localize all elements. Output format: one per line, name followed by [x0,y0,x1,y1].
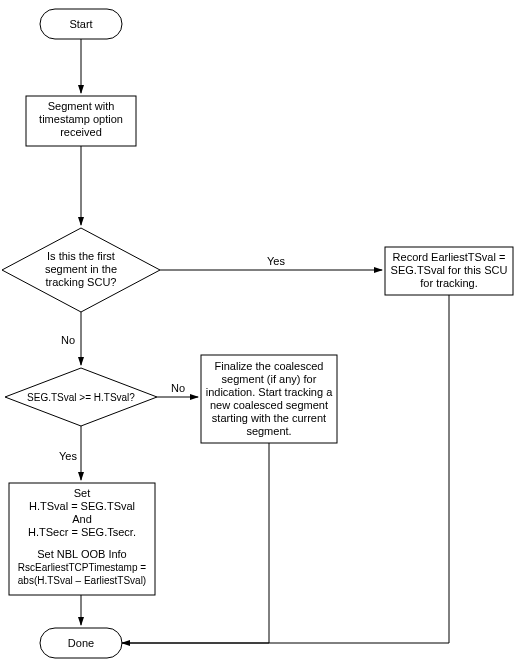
done-label: Done [68,637,94,649]
svg-text:Finalize the coalesced: Finalize the coalesced [215,360,324,372]
svg-text:timestamp option: timestamp option [39,113,123,125]
svg-text:Is this the first: Is this the first [47,250,115,262]
svg-text:Set: Set [74,487,91,499]
svg-text:segment in the: segment in the [45,263,117,275]
svg-text:RscEarliestTCPTimestamp =: RscEarliestTCPTimestamp = [18,562,146,573]
svg-text:abs(H.TSval – EarliestTSval): abs(H.TSval – EarliestTSval) [18,575,146,586]
svg-text:H.TSecr = SEG.Tsecr.: H.TSecr = SEG.Tsecr. [28,526,136,538]
svg-text:tracking SCU?: tracking SCU? [46,276,117,288]
svg-text:Set NBL OOB Info: Set NBL OOB Info [37,548,126,560]
svg-text:segment.: segment. [246,425,291,437]
svg-text:SEG.TSval  >= H.TSval?: SEG.TSval >= H.TSval? [27,392,135,403]
svg-text:new coalesced segment: new coalesced segment [210,399,328,411]
svg-text:segment (if any) for: segment (if any) for [222,373,317,385]
flowchart-diagram: Start Segment with timestamp option rece… [0,0,521,668]
dec1-no-label: No [61,334,75,346]
svg-text:starting with the current: starting with the current [212,412,326,424]
dec1-yes-label: Yes [267,255,285,267]
arrow-record-done [122,295,449,643]
svg-text:indication. Start tracking a: indication. Start tracking a [206,386,333,398]
svg-text:H.TSval = SEG.TSval: H.TSval = SEG.TSval [29,500,135,512]
svg-text:received: received [60,126,102,138]
svg-text:Segment with: Segment with [48,100,115,112]
svg-text:for tracking.: for tracking. [420,277,477,289]
svg-text:And: And [72,513,92,525]
dec2-yes-label: Yes [59,450,77,462]
svg-text:Record EarliestTSval  =: Record EarliestTSval = [393,251,506,263]
svg-text:SEG.TSval for this SCU: SEG.TSval for this SCU [391,264,508,276]
start-label: Start [69,18,92,30]
dec2-no-label: No [171,382,185,394]
